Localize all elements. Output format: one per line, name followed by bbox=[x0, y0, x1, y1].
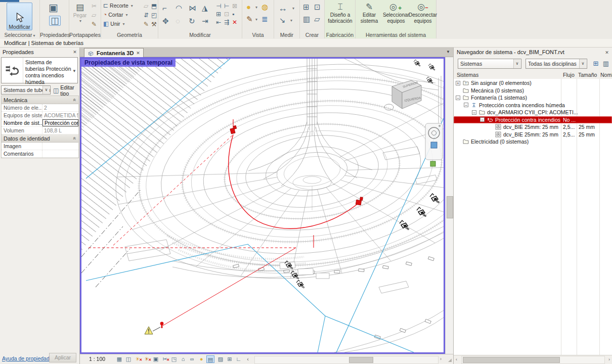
offset-tool-icon[interactable]: ◠ bbox=[176, 4, 182, 12]
system-name-field[interactable]: Protección cont bbox=[42, 119, 78, 126]
section-header-identidad[interactable]: Datos de identidad« bbox=[2, 134, 78, 143]
view-properties-icon[interactable]: ⊞ bbox=[591, 59, 600, 68]
ribbon-group-label-portapapeles[interactable]: Portapapeles bbox=[69, 32, 101, 38]
array-icon[interactable]: ⊞ bbox=[216, 11, 221, 17]
scrollbar-thumb[interactable] bbox=[463, 357, 560, 363]
crop-region-icon[interactable]: ✂✕ bbox=[161, 355, 169, 363]
edit-type-button[interactable]: ◫ Editar tipo bbox=[53, 85, 79, 96]
tree-row-electricidad[interactable]: Electricidad (0 sistemas) bbox=[454, 138, 612, 146]
select-equipment-button[interactable]: ◎＋ Seleccionar equipos bbox=[383, 2, 409, 24]
view-tab-fontaneria-3d[interactable]: Fontanería 3D ✕ bbox=[84, 48, 144, 58]
collapse-icon[interactable]: − bbox=[472, 110, 476, 115]
scroll-right-icon[interactable]: › bbox=[440, 356, 442, 361]
align-icon[interactable]: ⌐ bbox=[162, 4, 167, 12]
property-row[interactable]: Imagen bbox=[2, 143, 78, 150]
create-group-icon[interactable]: ⊞ bbox=[303, 3, 310, 11]
temporary-view-properties-banner[interactable]: Propiedades de vista temporal bbox=[81, 59, 176, 67]
collapse-arrow-icon[interactable]: ‹ bbox=[244, 355, 252, 363]
tree-row-sin-asignar[interactable]: + Sin asignar (0 elementos) bbox=[454, 79, 612, 87]
tree-row-proteccion-selected[interactable]: − Protección contra incendios h... No ..… bbox=[454, 116, 612, 124]
move-icon[interactable]: ✥ bbox=[162, 17, 169, 25]
scroll-left-icon[interactable]: ‹ bbox=[456, 357, 457, 362]
visual-style-icon[interactable]: ◫ bbox=[124, 355, 133, 363]
collapse-icon[interactable]: − bbox=[480, 117, 485, 122]
tab-list-icon[interactable]: ▼ bbox=[446, 50, 450, 54]
navigation-bar[interactable] bbox=[425, 123, 443, 166]
linework-icon[interactable]: ✎ bbox=[144, 21, 149, 27]
tree-row-bie-1[interactable]: dcv_BIE 25mm: 25 mm 2,5... 25 mm bbox=[454, 123, 612, 131]
edit-system-button[interactable]: ✎ Editar sistema bbox=[357, 2, 382, 24]
drawing-area[interactable]: Propiedades de vista temporal bbox=[80, 57, 445, 354]
browser-horizontal-scrollbar[interactable]: ‹ › bbox=[454, 355, 612, 364]
cope-button[interactable]: ⊏ Recorte▾ bbox=[103, 3, 133, 9]
property-row[interactable]: Volumen 108,8 L bbox=[2, 127, 78, 134]
hidden-lines-icon[interactable]: ≣ bbox=[261, 15, 268, 23]
temporary-view-properties-icon[interactable]: ▤ bbox=[206, 355, 214, 363]
section-box-icon[interactable]: ⌂ bbox=[179, 355, 187, 363]
unpin-icon[interactable]: ⊠ bbox=[232, 3, 237, 9]
ribbon-group-label-geometria[interactable]: Geometría bbox=[101, 32, 158, 38]
close-icon[interactable]: ✕ bbox=[604, 50, 610, 56]
trim-extend-multi-icon[interactable]: ⇶ bbox=[224, 19, 229, 25]
measure-icon[interactable]: ↔ bbox=[278, 4, 287, 13]
dimension-icon[interactable]: ↘ bbox=[279, 16, 286, 24]
trim-corner-icon[interactable]: ⇥ bbox=[202, 17, 208, 25]
ribbon-group-label-fabricacion[interactable]: Fabricación bbox=[325, 32, 355, 38]
disconnect-equipment-button[interactable]: ◎− Desconectar equipos bbox=[410, 2, 436, 24]
ribbon-group-label-medir[interactable]: Medir bbox=[274, 32, 299, 38]
mirror-pick-axis-icon[interactable]: ⋈ bbox=[189, 4, 196, 12]
copy-tool-icon[interactable]: ◌ bbox=[176, 17, 180, 25]
close-icon[interactable]: ✕ bbox=[72, 49, 78, 55]
type-selector[interactable]: Sistema de tuberías Protección contra in… bbox=[1, 57, 78, 83]
design-to-fabrication-button[interactable]: ⌶ Diseño a fabricación bbox=[327, 2, 354, 24]
detail-level-icon[interactable]: ▦ bbox=[115, 355, 123, 363]
crop-region-visibility-icon[interactable]: ◳ bbox=[170, 355, 178, 363]
ribbon-group-label-modificar[interactable]: Modificar bbox=[158, 32, 242, 38]
brush-icon[interactable]: ✎ bbox=[246, 15, 253, 23]
view-dropdown[interactable]: Sistemas ∨ bbox=[458, 59, 521, 69]
property-row[interactable]: Equipos de siste... ACOMETIDA 50... bbox=[2, 112, 78, 119]
ribbon-group-label-seleccionar[interactable]: Seleccionar▾ bbox=[0, 32, 39, 38]
property-row-editing[interactable]: Nombre de sist... Protección cont bbox=[2, 119, 78, 127]
modify-button[interactable]: Modificar bbox=[7, 3, 32, 30]
close-tab-icon[interactable]: ✕ bbox=[136, 51, 140, 56]
sun-path-icon[interactable]: ☀✕ bbox=[134, 355, 142, 363]
paste-button[interactable]: ▤ Pegar ▾ bbox=[71, 3, 89, 23]
properties-help-link[interactable]: Ayuda de propiedades bbox=[2, 355, 55, 361]
trim-extend-single-icon[interactable]: ⇤ bbox=[216, 19, 221, 25]
demolish-icon[interactable]: ⬒ bbox=[151, 3, 157, 9]
offset-icon[interactable]: ⇵ bbox=[144, 12, 149, 18]
scale-icon[interactable]: ⊡ bbox=[224, 11, 229, 17]
expand-icon[interactable]: + bbox=[456, 81, 460, 85]
warning-icon[interactable] bbox=[145, 327, 160, 334]
3d-view-canvas[interactable]: SUPERIOR IZQUIERDA bbox=[81, 59, 444, 352]
create-assembly-icon[interactable]: ▥ bbox=[303, 15, 310, 23]
tree-row-mecanica[interactable]: Mecánica (0 sistemas) bbox=[454, 87, 612, 95]
collapse-icon[interactable]: − bbox=[464, 103, 468, 107]
constraints-icon[interactable]: ∟ bbox=[235, 355, 243, 363]
vertical-scrollbar-thumb[interactable] bbox=[447, 196, 453, 218]
crop-view-icon[interactable]: ▣ bbox=[152, 355, 160, 363]
split-icon[interactable]: ⊣ bbox=[216, 3, 221, 9]
view-scale[interactable]: 1 : 100 bbox=[89, 356, 105, 362]
reveal-hidden-elements-icon[interactable]: ● bbox=[197, 355, 205, 363]
create-parts-icon[interactable]: ▱ bbox=[314, 15, 320, 23]
join-button[interactable]: ◧ Unir▾ bbox=[103, 21, 125, 27]
demolish-hammer-icon[interactable]: ⚒ bbox=[151, 21, 157, 27]
horizontal-scrollbar[interactable] bbox=[254, 356, 439, 364]
copy-icon[interactable]: ▱ bbox=[92, 12, 96, 18]
properties-palette-icon[interactable]: ◫ bbox=[49, 16, 61, 26]
filter-dropdown[interactable]: Sistemas de tubería: ∨ bbox=[1, 85, 51, 95]
match-properties-icon[interactable]: ✎ bbox=[92, 21, 97, 27]
split-gap-icon[interactable]: ⊢ bbox=[224, 3, 229, 9]
horizontal-scrollbar-thumb[interactable] bbox=[349, 357, 373, 363]
collapse-icon[interactable]: − bbox=[456, 96, 460, 100]
shadows-icon[interactable]: ☀✕ bbox=[143, 355, 151, 363]
split-face-icon[interactable]: ◰ bbox=[151, 12, 157, 18]
property-row[interactable]: Comentarios bbox=[2, 150, 78, 158]
ribbon-group-label-herramientas[interactable]: Herramientas del sistema bbox=[356, 32, 436, 38]
ribbon-group-label-vista[interactable]: Vista bbox=[242, 32, 274, 38]
ribbon-group-label-crear[interactable]: Crear bbox=[300, 32, 324, 38]
tree-row-proteccion-sistema[interactable]: − Protección contra incendios húmeda bbox=[454, 102, 612, 109]
type-properties-icon[interactable]: ▣ bbox=[49, 3, 58, 13]
